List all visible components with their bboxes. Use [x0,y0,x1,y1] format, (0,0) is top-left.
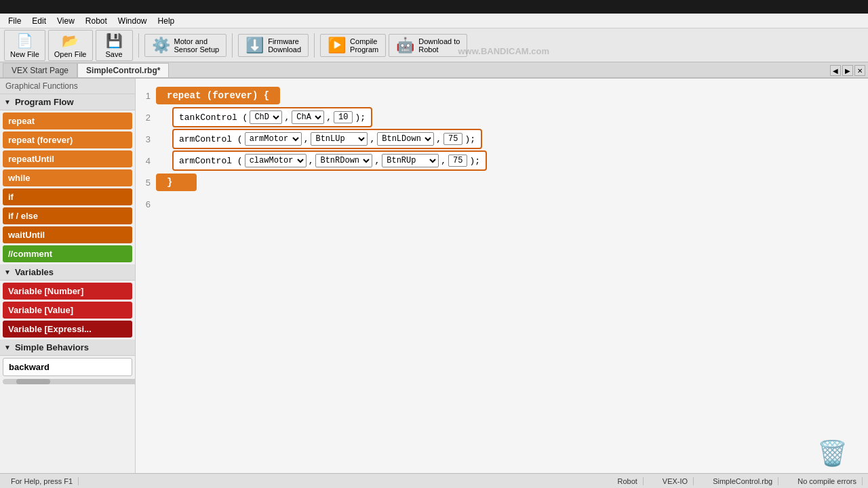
comma4: , [370,134,375,144]
new-file-icon: 📄 [16,33,33,49]
code-line-6: 6 [136,194,868,214]
motor-sensor-setup-button[interactable]: ⚙️ Motor and Sensor Setup [144,34,227,57]
block-backward[interactable]: backward [3,358,132,376]
section-simple-behaviors[interactable]: ▼ Simple Behaviors [0,340,135,356]
btnldown-select[interactable]: BtnLDownBtnLUpBtnRUpBtnRDown [377,132,434,146]
titlebar [0,0,868,14]
block-while[interactable]: while [3,169,132,186]
status-file: SimpleControl.rbg [707,477,778,485]
tab-simple-control[interactable]: SimpleControl.rbg* [77,63,169,77]
comma5: , [436,134,441,144]
new-file-button[interactable]: 📄 New File [4,30,45,61]
tab-close[interactable]: ✕ [854,65,865,76]
clawmotor-select[interactable]: clawMotormotor1motor2 [245,154,307,167]
tab-scroll-right[interactable]: ▶ [842,65,853,76]
download-robot-icon: 🤖 [396,37,414,54]
tankcontrol-block: tankControl ( ChDChAChBChC , ChAChBChCCh… [172,107,372,127]
line-num-2: 2 [136,113,156,123]
download-robot-button[interactable]: 🤖 Download to Robot [389,34,467,57]
simple-behaviors-label: Simple Behaviors [15,342,89,352]
toolbar: 📄 New File 📂 Open File 💾 Save ⚙️ Motor a… [0,28,868,62]
status-help: For Help, press F1 [5,477,79,485]
close-paren: ); [355,113,366,123]
download-robot-label: Download to Robot [418,37,460,54]
motor-sensor-icon: ⚙️ [152,37,170,54]
tab-scroll-left[interactable]: ◀ [830,65,841,76]
menu-help[interactable]: Help [153,15,180,27]
tab-vex-start-page[interactable]: VEX Start Page [3,63,77,77]
open-file-icon: 📂 [62,33,79,49]
num-75a: 75 [443,133,462,145]
block-variable-value[interactable]: Variable [Value] [3,302,132,319]
toolbar-separator-3 [314,33,315,58]
menu-file[interactable]: File [3,15,26,27]
line-num-1: 1 [136,91,156,101]
line-num-3: 3 [136,134,156,144]
line-num-5: 5 [136,178,156,188]
sidebar-header: Graphical Functions [0,79,135,94]
menu-robot[interactable]: Robot [80,15,113,27]
armcontrol2-text: armControl ( [179,156,243,166]
new-file-label: New File [10,50,39,58]
block-variable-expression[interactable]: Variable [Expressi... [3,321,132,338]
compile-program-button[interactable]: ▶️ Compile Program [320,34,386,57]
code-line-3: 3 armControl ( armMotormotor1motor2 , Bt… [136,129,868,149]
armcontrol1-block: armControl ( armMotormotor1motor2 , BtnL… [172,129,482,149]
save-icon: 💾 [106,33,123,49]
comma1: , [284,113,290,123]
armmotor-select[interactable]: armMotormotor1motor2 [245,132,302,146]
menu-edit[interactable]: Edit [26,15,52,27]
btnrup-select[interactable]: BtnRUpBtnRDownBtnLUpBtnLDown [382,154,439,167]
save-label: Save [105,50,122,58]
code-line-4: 4 armControl ( clawMotormotor1motor2 , B… [136,150,868,171]
menu-view[interactable]: View [52,15,80,27]
comma6: , [309,156,314,166]
save-button[interactable]: 💾 Save [96,30,133,61]
block-if[interactable]: if [3,188,132,205]
line-num-4: 4 [136,156,156,166]
variables-arrow: ▼ [4,268,11,276]
block-variable-number[interactable]: Variable [Number] [3,283,132,300]
motor-sensor-label: Motor and Sensor Setup [174,37,220,54]
section-variables[interactable]: ▼ Variables [0,264,135,281]
open-file-button[interactable]: 📂 Open File [48,30,93,61]
close-paren2: ); [465,134,475,144]
compile-label: Compile Program [350,37,378,54]
firmware-label: Firmware Download [268,37,301,54]
line-num-6: 6 [136,199,156,209]
block-repeat-forever-code: repeat (forever) { [156,87,280,104]
program-flow-label: Program Flow [15,97,74,107]
compile-icon: ▶️ [328,37,346,54]
block-comment[interactable]: //comment [3,245,132,262]
firmware-download-button[interactable]: ⬇️ Firmware Download [238,34,309,57]
block-repeat-forever[interactable]: repeat (forever) [3,131,132,148]
armcontrol2-block: armControl ( clawMotormotor1motor2 , Btn… [172,150,487,171]
menu-window[interactable]: Window [113,15,153,27]
program-flow-arrow: ▼ [4,98,11,106]
simple-behaviors-arrow: ▼ [4,344,11,351]
block-repeat-until[interactable]: repeatUntil [3,150,132,167]
code-line-1: 1 repeat (forever) { [136,85,868,106]
block-if-else[interactable]: if / else [3,207,132,224]
menubar: File Edit View Robot Window Help [0,14,868,28]
comma8: , [441,156,446,166]
sidebar: Graphical Functions ▼ Program Flow repea… [0,79,136,473]
code-line-5: 5 } [136,172,868,192]
cha-select[interactable]: ChAChBChCChD [292,110,324,124]
trash-icon: 🗑️ [817,439,848,468]
open-file-label: Open File [54,50,87,58]
close-paren3: ); [469,156,480,166]
btnrdown-select[interactable]: BtnRDownBtnRUpBtnLUpBtnLDown [315,154,372,167]
comma3: , [304,134,309,144]
chd-select[interactable]: ChDChAChBChC [250,110,282,124]
code-area[interactable]: 1 repeat (forever) { 2 tankControl ( ChD… [136,79,868,473]
section-program-flow[interactable]: ▼ Program Flow [0,94,135,110]
variables-label: Variables [15,267,54,277]
btnlup-select[interactable]: BtnLUpBtnLDownBtnRUpBtnRDown [311,132,368,146]
block-wait-until[interactable]: waitUntil [3,226,132,243]
block-repeat[interactable]: repeat [3,113,132,129]
close-brace-block: } [156,174,197,191]
armcontrol-text: armControl ( [179,134,243,144]
num-10: 10 [334,111,353,123]
main-area: Graphical Functions ▼ Program Flow repea… [0,79,868,473]
